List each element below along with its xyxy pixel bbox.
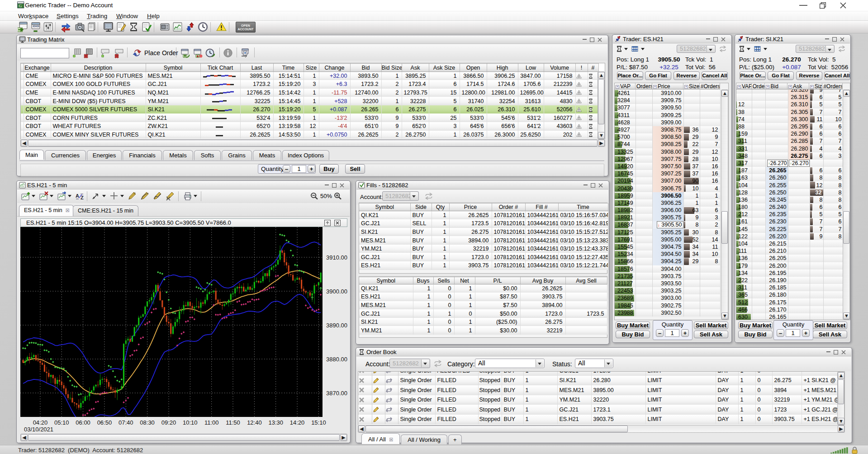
svg-text:08:30: 08:30 [140, 419, 155, 426]
svg-text:G: G [19, 4, 22, 8]
svg-text:07:40: 07:40 [119, 419, 133, 426]
svg-text:10:10: 10:10 [183, 419, 198, 426]
svg-text:3870.00: 3870.00 [326, 390, 347, 397]
svg-text:14:20: 14:20 [290, 419, 305, 426]
svg-text:15:10: 15:10 [311, 419, 326, 426]
svg-text:06:50: 06:50 [97, 419, 112, 426]
svg-text:05:10: 05:10 [54, 419, 69, 426]
svg-text:3900.00: 3900.00 [326, 288, 347, 295]
svg-text:11:00: 11:00 [204, 419, 219, 426]
svg-text:06:00: 06:00 [76, 419, 90, 426]
svg-text:11:50: 11:50 [226, 419, 240, 426]
svg-text:3910.00: 3910.00 [326, 254, 347, 261]
svg-text:03/10/2021: 03/10/2021 [24, 426, 53, 433]
svg-text:04:20: 04:20 [33, 419, 48, 426]
svg-text:3880.00: 3880.00 [326, 356, 347, 363]
svg-text:09:20: 09:20 [161, 419, 176, 426]
svg-text:3890.00: 3890.00 [326, 322, 347, 329]
svg-text:A: A [76, 193, 79, 199]
svg-text:12:40: 12:40 [247, 419, 262, 426]
svg-text:13:30: 13:30 [268, 419, 283, 426]
